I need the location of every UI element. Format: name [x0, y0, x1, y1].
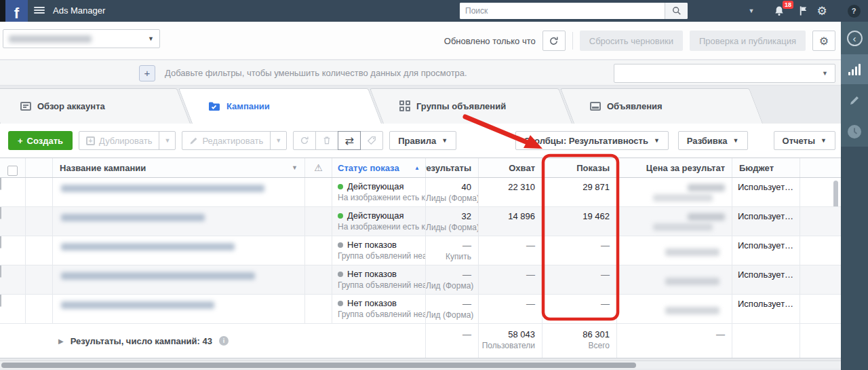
- column-header-impressions[interactable]: Показы: [542, 158, 617, 177]
- tab-ads[interactable]: Объявления: [574, 88, 763, 124]
- chevron-down-icon: ▼: [148, 35, 154, 42]
- sort-ascending-icon: ▲: [414, 165, 420, 171]
- redacted-campaign-name[interactable]: [61, 272, 255, 280]
- row-checkbox[interactable]: [0, 265, 1, 278]
- campaigns-table: Название кампании ▼ ⚠ Статус показа ▲ Ре…: [0, 158, 841, 358]
- table-row[interactable]: Нет показов Группа объявлений неакт —Лид…: [0, 265, 841, 295]
- filter-bar: + Добавьте фильтры, чтобы уменьшить коли…: [0, 60, 841, 86]
- chevron-down-icon: ▼: [822, 70, 828, 77]
- status-dot-inactive: [338, 242, 343, 248]
- column-header-results[interactable]: Результаты: [426, 158, 479, 177]
- action-bar: ▼ Обновлено только что Сбросить черновик…: [0, 22, 841, 60]
- row-checkbox[interactable]: [0, 295, 1, 307]
- window-edge: [0, 0, 5, 22]
- settings-gear-icon[interactable]: ⚙: [812, 0, 831, 22]
- notifications-bell-icon[interactable]: 18: [769, 0, 789, 22]
- redacted-cost: [665, 278, 719, 285]
- reports-button[interactable]: Отчеты ▼: [774, 131, 835, 150]
- tab-account-overview[interactable]: Обзор аккаунта: [0, 88, 191, 124]
- breakdown-button[interactable]: Разбивка ▼: [678, 131, 748, 150]
- duplicate-icon: +: [86, 136, 95, 145]
- ad-sets-grid-icon: [399, 100, 410, 111]
- row-checkbox[interactable]: [0, 207, 1, 219]
- column-header-budget[interactable]: Бюджет: [732, 158, 800, 177]
- redacted-campaign-name[interactable]: [61, 243, 235, 251]
- warning-icon: ⚠: [314, 162, 323, 173]
- table-row[interactable]: Действующая На изображении есть кам 40Ли…: [0, 178, 841, 207]
- status-dot-inactive: [338, 272, 343, 277]
- app-title: Ads Manager: [53, 0, 105, 22]
- edit-button[interactable]: Редактировать ▼: [182, 131, 287, 150]
- account-overview-icon: [20, 102, 31, 111]
- table-totals-row: ▶ Результаты, число кампаний: 43 i — 58 …: [0, 324, 841, 358]
- add-filter-button[interactable]: +: [139, 65, 155, 81]
- plus-icon: +: [18, 136, 23, 146]
- date-range-selector[interactable]: ▼: [614, 64, 835, 83]
- row-checkbox[interactable]: [0, 236, 1, 248]
- ads-manager-window: f Ads Manager ▼ 18 ⚙ ? ▼ Обновлено тольк…: [0, 0, 868, 370]
- column-header-cost-per-result[interactable]: Цена за результат: [617, 158, 732, 177]
- sidebar-item-history[interactable]: [841, 117, 868, 147]
- sidebar-item-edit[interactable]: [841, 86, 868, 115]
- search-icon[interactable]: [665, 3, 688, 19]
- search-input[interactable]: [460, 3, 665, 19]
- table-row[interactable]: Нет показов Группа объявлений неакт —Лид…: [0, 295, 841, 324]
- ads-icon: [590, 102, 601, 111]
- bar-chart-icon: [848, 64, 861, 75]
- chevron-down-icon[interactable]: ▼: [743, 0, 760, 22]
- column-header-warning[interactable]: ⚠: [305, 158, 332, 177]
- redacted-cost: [653, 194, 713, 202]
- redacted-cost: [665, 307, 719, 314]
- flag-icon[interactable]: [793, 0, 812, 22]
- column-header-delivery-status[interactable]: Статус показа ▲: [332, 158, 426, 177]
- refresh-button[interactable]: [542, 31, 566, 51]
- menu-icon[interactable]: [34, 5, 45, 16]
- help-icon[interactable]: ?: [844, 0, 864, 22]
- tag-icon-button[interactable]: [360, 131, 383, 150]
- filter-hint[interactable]: Добавьте фильтры, чтобы уменьшить количе…: [165, 60, 467, 86]
- right-sidebar: ‹: [841, 22, 868, 370]
- select-all-checkbox[interactable]: [7, 166, 18, 176]
- campaigns-folder-icon: [208, 101, 220, 111]
- discard-drafts-button[interactable]: Сбросить черновики: [580, 31, 683, 51]
- column-header-reach[interactable]: Охват: [479, 158, 542, 177]
- tab-campaigns[interactable]: Кампании: [192, 88, 382, 124]
- redacted-campaign-name[interactable]: [61, 301, 214, 309]
- delete-trash-icon-button[interactable]: [315, 131, 338, 150]
- column-header-name[interactable]: Название кампании ▼: [53, 158, 305, 177]
- collapse-sidebar-button[interactable]: ‹: [841, 23, 868, 53]
- redacted-campaign-name[interactable]: [61, 185, 264, 192]
- row-checkbox[interactable]: [0, 178, 1, 190]
- columns-button[interactable]: Столбцы: Результативность ▼: [515, 131, 669, 150]
- horizontal-scrollbar[interactable]: [0, 360, 841, 369]
- review-publish-button[interactable]: Проверка и публикация: [690, 31, 806, 51]
- horizontal-scrollbar-thumb[interactable]: [1, 363, 636, 368]
- table-row[interactable]: Нет показов Группа объявлений неакт —Куп…: [0, 236, 841, 265]
- expand-results-icon[interactable]: ▶: [58, 337, 64, 345]
- vertical-scrollbar[interactable]: [833, 181, 838, 206]
- settings-gear-button[interactable]: ⚙: [812, 31, 835, 51]
- chevron-down-icon: ▼: [733, 137, 739, 144]
- duplicate-button[interactable]: + Дублировать ▼: [79, 131, 176, 150]
- table-row[interactable]: Действующая На изображении есть кам 32Ли…: [0, 207, 841, 236]
- level-tabs: Обзор аккаунта Кампании Группы объявлени…: [0, 86, 841, 124]
- sidebar-item-performance-chart[interactable]: [841, 54, 868, 84]
- pencil-icon: [849, 95, 860, 106]
- redacted-cost: [665, 248, 719, 256]
- redacted-cost: [653, 223, 713, 231]
- tab-ad-sets[interactable]: Группы объявлений: [383, 88, 572, 124]
- status-dot-inactive: [338, 301, 343, 306]
- top-navbar: f Ads Manager ▼ 18 ⚙ ?: [0, 0, 868, 22]
- chevron-down-icon[interactable]: ▼: [159, 132, 175, 149]
- chevron-down-icon[interactable]: ▼: [270, 132, 286, 149]
- facebook-logo[interactable]: f: [5, 0, 28, 22]
- ab-test-icon-button[interactable]: ⇄: [338, 131, 361, 150]
- rules-button[interactable]: Правила ▼: [389, 131, 456, 150]
- account-selector[interactable]: ▼: [3, 29, 160, 48]
- redacted-account-name: [9, 35, 92, 43]
- create-button[interactable]: + Создать: [8, 131, 73, 150]
- refresh-icon-button[interactable]: [293, 131, 316, 150]
- redacted-cost: [688, 184, 725, 191]
- redacted-campaign-name[interactable]: [61, 214, 205, 221]
- info-icon[interactable]: i: [219, 336, 229, 346]
